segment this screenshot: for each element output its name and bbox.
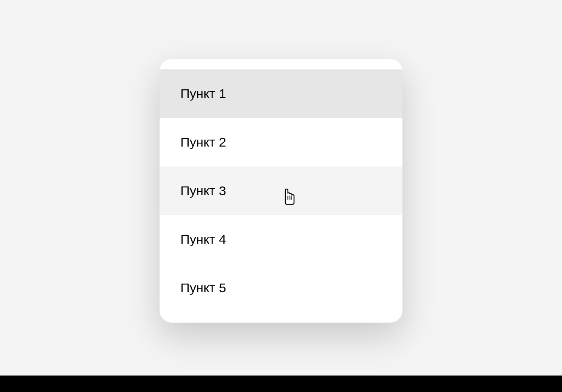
menu-list: Пункт 1 Пункт 2 Пункт 3 Пункт 4 Пункт 5 bbox=[160, 59, 402, 323]
menu-item-label: Пункт 4 bbox=[180, 232, 226, 247]
menu-item-4[interactable]: Пункт 4 bbox=[160, 215, 402, 264]
bottom-band bbox=[0, 376, 562, 392]
menu-item-5[interactable]: Пункт 5 bbox=[160, 264, 402, 312]
menu-item-label: Пункт 1 bbox=[180, 86, 226, 101]
menu-item-3[interactable]: Пункт 3 bbox=[160, 167, 402, 215]
menu-item-1[interactable]: Пункт 1 bbox=[160, 69, 402, 118]
menu-item-label: Пункт 5 bbox=[180, 281, 226, 295]
menu-item-label: Пункт 3 bbox=[180, 183, 226, 198]
menu-item-2[interactable]: Пункт 2 bbox=[160, 118, 402, 167]
menu-item-label: Пункт 2 bbox=[180, 135, 226, 150]
